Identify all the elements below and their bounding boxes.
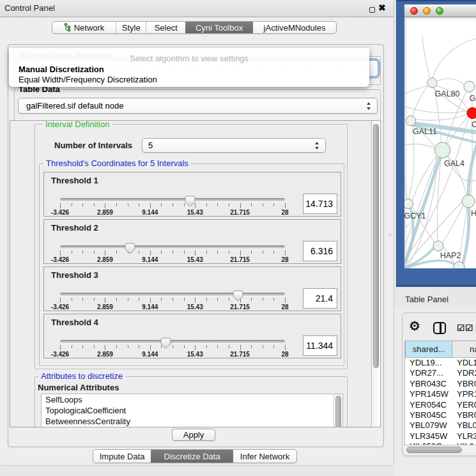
slider-track[interactable] [60, 245, 285, 249]
minor-tick [116, 250, 117, 254]
slider-thumb[interactable] [185, 196, 196, 207]
minor-tick [251, 203, 252, 206]
major-tick [150, 203, 151, 208]
cell-shared-name: YBL079W [405, 420, 452, 431]
attributes-group-label: Attributes to discretize [38, 372, 125, 380]
tab-infer-network[interactable]: Infer Network [233, 450, 296, 463]
tab-discretize-data[interactable]: Discretize Data [151, 450, 233, 463]
threshold-value-field[interactable]: 21.4 [303, 288, 337, 309]
close-traffic-light[interactable] [410, 7, 418, 15]
tab-label: Network [74, 23, 105, 33]
threshold-label: Threshold 3 [51, 270, 98, 280]
tick-label: 2.859 [97, 351, 113, 358]
cell-shared-name: YBR045C [405, 410, 452, 420]
popup-item-manual-discretization[interactable]: Manual Discretization [19, 65, 104, 74]
tick-label: 15.43 [187, 256, 203, 263]
table-row[interactable]: YLR345WYLR3 [405, 431, 476, 441]
minor-tick [173, 345, 173, 348]
tab-cyni-toolbox[interactable]: Cyni Toolbox [185, 22, 253, 33]
apply-button[interactable]: Apply [172, 429, 215, 441]
tick-label: 21.715 [230, 303, 250, 311]
table-row[interactable]: YDR27...YDR2 [405, 368, 476, 378]
minor-tick [229, 345, 229, 348]
tick-label: -3.426 [51, 303, 69, 311]
threshold-label: Threshold 1 [51, 176, 98, 185]
threshold-value-field[interactable]: 11.344 [303, 335, 337, 356]
table-horizontal-scrollbar[interactable] [404, 445, 476, 453]
gear-icon[interactable]: ⚙ [409, 318, 420, 334]
numerical-attributes-list[interactable]: SelfLoopsTopologicalCoefficientBetweenne… [41, 394, 343, 427]
table-data-combo[interactable]: galFiltered.sif default node [18, 98, 378, 114]
table-panel-header: Table Panel [394, 287, 476, 308]
bottom-tab-bar: Impute DataDiscretize DataInfer Network [93, 449, 297, 463]
threshold-value-field[interactable]: 14.713 [303, 194, 337, 214]
popup-item-equal-width[interactable]: Equal Width/Frequency Discretization [19, 75, 157, 84]
table-panel-title: Table Panel [405, 295, 449, 304]
minor-tick [161, 203, 162, 206]
tab-impute-data[interactable]: Impute Data [93, 450, 151, 463]
attributes-scrollbar-thumb[interactable] [335, 395, 341, 427]
window-title: Control Panel [4, 3, 55, 13]
column-header-name[interactable]: name [452, 341, 476, 358]
minor-tick [173, 298, 173, 301]
tab-network[interactable]: Network [52, 22, 116, 33]
minor-tick [139, 298, 139, 301]
threshold-value-field[interactable]: 6.316 [303, 241, 337, 261]
settings-scrollpane: Interval Definition Number of Intervals … [10, 120, 381, 427]
slider-track[interactable] [60, 340, 285, 343]
table-scrollbar-thumb[interactable] [406, 447, 462, 453]
tick-label: -3.426 [51, 209, 69, 216]
tab-select[interactable]: Select [146, 22, 185, 33]
major-tick [240, 203, 241, 208]
table-row[interactable]: YER054CYER0 [405, 400, 476, 410]
application: Control Panel ✖ NetworkStyleSelectCyni T… [0, 0, 476, 476]
cell-shared-name: YER054C [405, 400, 452, 410]
table-row[interactable]: YBL079WYBL0 [405, 420, 476, 431]
float-window-icon[interactable] [369, 7, 375, 13]
major-tick [285, 345, 286, 350]
attribute-list-item[interactable]: TopologicalCoefficient [42, 405, 342, 416]
table-row[interactable]: YPR145WYPR1 [405, 389, 476, 399]
number-of-intervals-combo[interactable]: 5 [142, 138, 326, 153]
popup-prompt-item[interactable]: Select algorithm to view settings [9, 54, 369, 63]
tick-label: 21.715 [230, 209, 250, 216]
minor-tick [229, 298, 229, 301]
close-icon[interactable]: ✖ [378, 3, 386, 13]
table-row[interactable]: YBR043CYBR0 [405, 379, 476, 389]
slider-thumb[interactable] [125, 243, 135, 254]
minor-tick [72, 345, 72, 348]
combo-arrows-icon [315, 142, 319, 150]
network-icon [64, 23, 71, 32]
column-header-shared-name[interactable]: shared... [405, 341, 452, 358]
minimize-traffic-light[interactable] [423, 7, 431, 15]
minor-tick [206, 203, 207, 206]
tick-label: 28 [281, 256, 288, 263]
minor-tick [273, 345, 274, 348]
minor-tick [251, 250, 252, 254]
attributes-list-scrollbar[interactable] [334, 394, 342, 427]
slider-thumb[interactable] [160, 337, 171, 349]
slider-track[interactable] [60, 198, 285, 201]
settings-scrollbar[interactable] [371, 121, 380, 427]
combo-arrows-icon [367, 102, 371, 110]
checkbox-icon[interactable]: ☑ [465, 323, 473, 332]
slider-thumb[interactable] [233, 290, 243, 302]
attribute-list-item[interactable]: SelfLoops [42, 394, 342, 405]
cell-shared-name: YPR145W [405, 389, 452, 399]
number-of-intervals-value: 5 [148, 139, 153, 152]
number-of-intervals-label: Number of Intervals [54, 141, 132, 150]
checkbox-icon[interactable]: ☑ [457, 323, 465, 332]
columns-icon[interactable] [433, 322, 446, 334]
attribute-list-item[interactable]: BetweennessCentrality [42, 416, 342, 427]
network-canvas[interactable]: GAL80GACYGAL11GAL4GCY1HIHAP2 [404, 17, 476, 268]
slider-track[interactable] [60, 293, 285, 296]
tab-style[interactable]: Style [116, 22, 146, 33]
split-divider-handle[interactable]: ‹ [389, 230, 392, 238]
table-row[interactable]: YBR045CYBR0 [405, 410, 476, 420]
table-row[interactable]: YDL19...YDL1 [405, 358, 476, 368]
settings-scrollbar-thumb[interactable] [373, 124, 379, 368]
zoom-traffic-light[interactable] [436, 7, 443, 15]
minor-tick [263, 250, 263, 254]
tab-jactivemnodules[interactable]: jActiveMNodules [253, 22, 336, 33]
tab-label: Select [155, 23, 178, 33]
